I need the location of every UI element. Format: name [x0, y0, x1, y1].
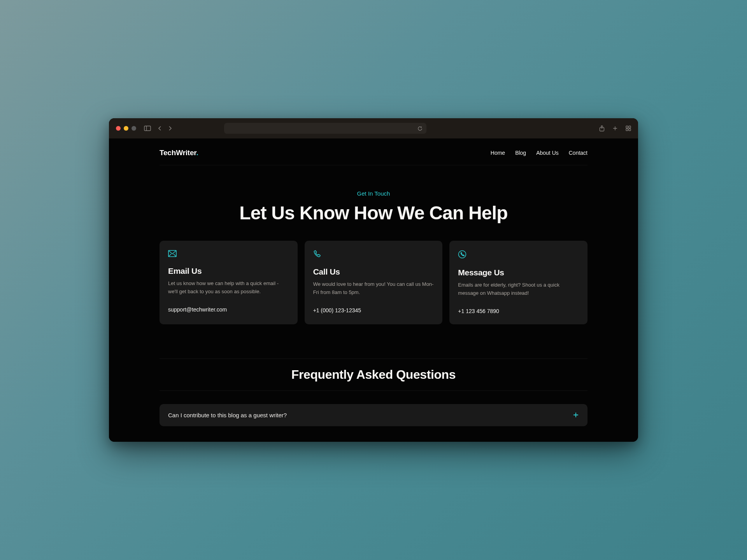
faq-item[interactable]: Can I contribute to this blog as a guest… — [160, 404, 587, 426]
browser-toolbar — [109, 118, 638, 138]
card-title: Message Us — [458, 268, 579, 277]
site-header: TechWriter. Home Blog About Us Contact — [160, 138, 587, 165]
svg-rect-3 — [626, 126, 628, 128]
svg-rect-0 — [144, 126, 151, 131]
faq-question: Can I contribute to this blog as a guest… — [168, 412, 287, 418]
contact-card-call: Call Us We would love to hear from you! … — [305, 241, 443, 324]
card-description: We would love to hear from you! You can … — [313, 280, 434, 296]
card-description: Emails are for elderly, right? Shoot us … — [458, 281, 579, 297]
faq-header: Frequently Asked Questions — [160, 359, 587, 391]
hero-title: Let Us Know How We Can Help — [160, 202, 587, 224]
reload-icon[interactable] — [417, 126, 423, 131]
mail-icon — [168, 250, 289, 257]
hero-eyebrow: Get In Touch — [160, 190, 587, 197]
card-contact-value[interactable]: support@techwriter.com — [168, 306, 289, 313]
url-bar[interactable] — [224, 123, 426, 134]
nav-link-blog[interactable]: Blog — [515, 150, 526, 156]
nav-link-contact[interactable]: Contact — [569, 150, 587, 156]
hero-section: Get In Touch Let Us Know How We Can Help — [160, 165, 587, 241]
card-contact-value[interactable]: +1 123 456 7890 — [458, 308, 579, 314]
forward-button[interactable] — [168, 126, 172, 131]
site-logo[interactable]: TechWriter. — [160, 149, 198, 157]
contact-card-message: Message Us Emails are for elderly, right… — [449, 241, 587, 324]
contact-cards: Email Us Let us know how we can help wit… — [160, 241, 587, 324]
logo-dot: . — [196, 149, 198, 157]
nav-link-about[interactable]: About Us — [536, 150, 559, 156]
back-button[interactable] — [158, 126, 162, 131]
svg-rect-6 — [629, 129, 631, 131]
nav-link-home[interactable]: Home — [491, 150, 505, 156]
window-maximize-button[interactable] — [132, 126, 136, 131]
tabs-grid-icon[interactable] — [626, 125, 631, 131]
page-content: TechWriter. Home Blog About Us Contact G… — [109, 138, 638, 441]
sidebar-toggle-icon[interactable] — [144, 126, 151, 131]
new-tab-icon[interactable] — [612, 125, 618, 131]
whatsapp-icon — [458, 250, 579, 259]
share-icon[interactable] — [599, 125, 605, 131]
svg-rect-4 — [629, 126, 631, 128]
card-contact-value[interactable]: +1 (000) 123-12345 — [313, 307, 434, 313]
window-close-button[interactable] — [116, 126, 121, 131]
card-title: Call Us — [313, 267, 434, 276]
plus-icon — [573, 412, 579, 418]
contact-card-email: Email Us Let us know how we can help wit… — [160, 241, 298, 324]
faq-title: Frequently Asked Questions — [160, 368, 587, 382]
primary-nav: Home Blog About Us Contact — [491, 150, 587, 156]
window-minimize-button[interactable] — [124, 126, 128, 131]
traffic-lights — [116, 126, 136, 131]
phone-icon — [313, 250, 434, 258]
browser-frame: TechWriter. Home Blog About Us Contact G… — [109, 118, 638, 441]
logo-text: TechWriter — [160, 149, 196, 157]
svg-rect-5 — [626, 129, 628, 131]
card-title: Email Us — [168, 266, 289, 276]
card-description: Let us know how we can help with a quick… — [168, 280, 289, 295]
